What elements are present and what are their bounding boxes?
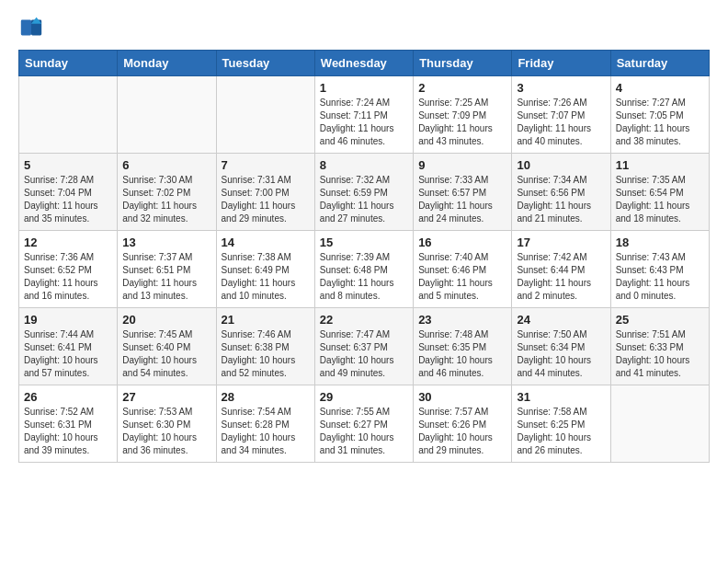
day-number: 30 — [418, 390, 506, 404]
page: SundayMondayTuesdayWednesdayThursdayFrid… — [0, 0, 728, 477]
day-number: 27 — [122, 390, 210, 404]
day-info: Sunrise: 7:24 AM Sunset: 7:11 PM Dayligh… — [320, 97, 408, 148]
day-info: Sunrise: 7:50 AM Sunset: 6:34 PM Dayligh… — [517, 328, 605, 380]
calendar-cell: 3Sunrise: 7:26 AM Sunset: 7:07 PM Daylig… — [512, 76, 610, 154]
day-number: 24 — [517, 313, 605, 327]
day-info: Sunrise: 7:54 AM Sunset: 6:28 PM Dayligh… — [222, 406, 310, 457]
day-number: 14 — [222, 236, 310, 249]
day-number: 22 — [320, 313, 408, 327]
day-number: 16 — [418, 236, 506, 249]
day-info: Sunrise: 7:38 AM Sunset: 6:49 PM Dayligh… — [222, 251, 310, 303]
day-info: Sunrise: 7:40 AM Sunset: 6:46 PM Dayligh… — [418, 251, 506, 303]
day-number: 18 — [616, 236, 704, 249]
day-info: Sunrise: 7:57 AM Sunset: 6:26 PM Dayligh… — [418, 406, 506, 457]
calendar-cell: 9Sunrise: 7:33 AM Sunset: 6:57 PM Daylig… — [414, 154, 512, 231]
svg-rect-1 — [21, 20, 31, 36]
day-info: Sunrise: 7:42 AM Sunset: 6:44 PM Dayligh… — [517, 251, 605, 303]
calendar-cell: 29Sunrise: 7:55 AM Sunset: 6:27 PM Dayli… — [314, 385, 413, 463]
calendar-cell: 8Sunrise: 7:32 AM Sunset: 6:59 PM Daylig… — [314, 154, 413, 231]
calendar-cell: 5Sunrise: 7:28 AM Sunset: 7:04 PM Daylig… — [19, 154, 118, 231]
day-info: Sunrise: 7:53 AM Sunset: 6:30 PM Dayligh… — [122, 406, 210, 457]
calendar-cell: 24Sunrise: 7:50 AM Sunset: 6:34 PM Dayli… — [512, 308, 610, 385]
day-number: 9 — [418, 158, 506, 172]
day-info: Sunrise: 7:51 AM Sunset: 6:33 PM Dayligh… — [616, 328, 704, 380]
day-info: Sunrise: 7:47 AM Sunset: 6:37 PM Dayligh… — [320, 328, 408, 380]
day-number: 10 — [517, 158, 605, 172]
day-info: Sunrise: 7:58 AM Sunset: 6:25 PM Dayligh… — [517, 406, 605, 457]
day-info: Sunrise: 7:44 AM Sunset: 6:41 PM Dayligh… — [24, 328, 112, 380]
day-info: Sunrise: 7:26 AM Sunset: 7:07 PM Dayligh… — [517, 97, 605, 148]
calendar-cell: 27Sunrise: 7:53 AM Sunset: 6:30 PM Dayli… — [118, 385, 216, 463]
day-number: 28 — [222, 390, 310, 404]
day-number: 26 — [24, 390, 112, 404]
weekday-header-sunday: Sunday — [19, 51, 118, 76]
day-info: Sunrise: 7:27 AM Sunset: 7:05 PM Dayligh… — [616, 97, 704, 148]
day-info: Sunrise: 7:39 AM Sunset: 6:48 PM Dayligh… — [320, 251, 408, 303]
calendar-cell: 4Sunrise: 7:27 AM Sunset: 7:05 PM Daylig… — [610, 76, 709, 154]
day-number: 6 — [122, 158, 210, 172]
day-info: Sunrise: 7:28 AM Sunset: 7:04 PM Dayligh… — [24, 174, 112, 225]
day-number: 29 — [320, 390, 408, 404]
calendar-cell — [19, 76, 118, 154]
calendar-cell: 22Sunrise: 7:47 AM Sunset: 6:37 PM Dayli… — [314, 308, 413, 385]
day-info: Sunrise: 7:34 AM Sunset: 6:56 PM Dayligh… — [517, 174, 605, 225]
calendar-cell: 11Sunrise: 7:35 AM Sunset: 6:54 PM Dayli… — [610, 154, 709, 231]
week-row-4: 19Sunrise: 7:44 AM Sunset: 6:41 PM Dayli… — [19, 308, 710, 385]
calendar-cell: 19Sunrise: 7:44 AM Sunset: 6:41 PM Dayli… — [19, 308, 118, 385]
weekday-header-wednesday: Wednesday — [314, 51, 413, 76]
day-number: 19 — [24, 313, 112, 327]
calendar-cell — [118, 76, 216, 154]
calendar-cell: 17Sunrise: 7:42 AM Sunset: 6:44 PM Dayli… — [512, 231, 610, 308]
calendar-cell: 16Sunrise: 7:40 AM Sunset: 6:46 PM Dayli… — [414, 231, 512, 308]
calendar-cell: 31Sunrise: 7:58 AM Sunset: 6:25 PM Dayli… — [512, 385, 610, 463]
calendar-cell: 28Sunrise: 7:54 AM Sunset: 6:28 PM Dayli… — [216, 385, 314, 463]
weekday-header-row: SundayMondayTuesdayWednesdayThursdayFrid… — [19, 51, 710, 76]
calendar-cell — [216, 76, 314, 154]
day-info: Sunrise: 7:35 AM Sunset: 6:54 PM Dayligh… — [616, 174, 704, 225]
day-number: 8 — [320, 158, 408, 172]
calendar-cell: 20Sunrise: 7:45 AM Sunset: 6:40 PM Dayli… — [118, 308, 216, 385]
calendar-cell: 12Sunrise: 7:36 AM Sunset: 6:52 PM Dayli… — [19, 231, 118, 308]
day-info: Sunrise: 7:25 AM Sunset: 7:09 PM Dayligh… — [418, 97, 506, 148]
weekday-header-thursday: Thursday — [414, 51, 512, 76]
day-number: 13 — [122, 236, 210, 249]
week-row-5: 26Sunrise: 7:52 AM Sunset: 6:31 PM Dayli… — [19, 385, 710, 463]
day-number: 3 — [517, 81, 605, 95]
weekday-header-saturday: Saturday — [610, 51, 709, 76]
day-info: Sunrise: 7:32 AM Sunset: 6:59 PM Dayligh… — [320, 174, 408, 225]
day-info: Sunrise: 7:30 AM Sunset: 7:02 PM Dayligh… — [122, 174, 210, 225]
calendar-cell: 2Sunrise: 7:25 AM Sunset: 7:09 PM Daylig… — [414, 76, 512, 154]
day-number: 20 — [122, 313, 210, 327]
day-number: 5 — [24, 158, 112, 172]
day-number: 7 — [222, 158, 310, 172]
day-number: 12 — [24, 236, 112, 249]
day-number: 1 — [320, 81, 408, 95]
calendar-cell: 6Sunrise: 7:30 AM Sunset: 7:02 PM Daylig… — [118, 154, 216, 231]
day-info: Sunrise: 7:36 AM Sunset: 6:52 PM Dayligh… — [24, 251, 112, 303]
calendar-cell: 13Sunrise: 7:37 AM Sunset: 6:51 PM Dayli… — [118, 231, 216, 308]
day-number: 25 — [616, 313, 704, 327]
logo — [18, 15, 48, 40]
day-number: 4 — [616, 81, 704, 95]
day-number: 11 — [616, 158, 704, 172]
calendar-cell: 18Sunrise: 7:43 AM Sunset: 6:43 PM Dayli… — [610, 231, 709, 308]
calendar-cell: 10Sunrise: 7:34 AM Sunset: 6:56 PM Dayli… — [512, 154, 610, 231]
calendar-cell: 21Sunrise: 7:46 AM Sunset: 6:38 PM Dayli… — [216, 308, 314, 385]
calendar-cell: 7Sunrise: 7:31 AM Sunset: 7:00 PM Daylig… — [216, 154, 314, 231]
calendar-cell: 25Sunrise: 7:51 AM Sunset: 6:33 PM Dayli… — [610, 308, 709, 385]
week-row-3: 12Sunrise: 7:36 AM Sunset: 6:52 PM Dayli… — [19, 231, 710, 308]
calendar-cell: 30Sunrise: 7:57 AM Sunset: 6:26 PM Dayli… — [414, 385, 512, 463]
day-info: Sunrise: 7:33 AM Sunset: 6:57 PM Dayligh… — [418, 174, 506, 225]
day-info: Sunrise: 7:52 AM Sunset: 6:31 PM Dayligh… — [24, 406, 112, 457]
calendar-cell: 15Sunrise: 7:39 AM Sunset: 6:48 PM Dayli… — [314, 231, 413, 308]
day-number: 15 — [320, 236, 408, 249]
day-info: Sunrise: 7:37 AM Sunset: 6:51 PM Dayligh… — [122, 251, 210, 303]
day-info: Sunrise: 7:31 AM Sunset: 7:00 PM Dayligh… — [222, 174, 310, 225]
day-number: 31 — [517, 390, 605, 404]
day-info: Sunrise: 7:45 AM Sunset: 6:40 PM Dayligh… — [122, 328, 210, 380]
header — [18, 15, 710, 40]
calendar-cell: 1Sunrise: 7:24 AM Sunset: 7:11 PM Daylig… — [314, 76, 413, 154]
calendar-cell: 23Sunrise: 7:48 AM Sunset: 6:35 PM Dayli… — [414, 308, 512, 385]
day-number: 23 — [418, 313, 506, 327]
week-row-2: 5Sunrise: 7:28 AM Sunset: 7:04 PM Daylig… — [19, 154, 710, 231]
